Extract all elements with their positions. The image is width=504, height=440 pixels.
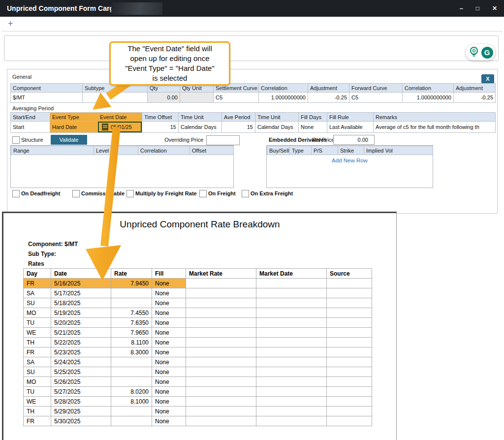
rate-cell-rate: 7.9450 <box>111 279 152 288</box>
qty-cell: 0.00 <box>148 93 180 103</box>
rate-cell-market-rate <box>186 407 256 416</box>
rate-cell-source <box>327 338 372 347</box>
rates-table-body: FR5/16/20257.9450NoneSA5/17/2025NoneSU5/… <box>24 279 372 426</box>
on-freight-checkbox[interactable] <box>199 190 207 197</box>
overriding-price-label: Overriding Price <box>162 137 203 143</box>
rate-cell-market-rate <box>186 347 256 357</box>
rate-cell-date: 5/16/2025 <box>51 279 111 288</box>
rate-cell-market-date <box>256 367 327 377</box>
rate-row: FR5/30/2025None <box>24 416 372 426</box>
col-header: Market Date <box>256 269 327 279</box>
lightbulb-icon[interactable] <box>468 46 480 60</box>
rate-cell-fill: None <box>152 318 186 328</box>
rate-cell-date: 5/29/2025 <box>51 407 111 416</box>
callout-line: "Event Type" = "Hard Date" <box>111 63 229 73</box>
rate-row: FR5/23/20258.3000None <box>24 347 372 357</box>
rate-row: MO5/19/20257.4550None <box>24 308 372 318</box>
settlement-curve-cell[interactable]: C5 <box>214 93 259 103</box>
maximize-button[interactable]: □ <box>476 0 479 17</box>
fill-days-cell[interactable]: None <box>299 122 327 133</box>
rate-cell-rate <box>111 298 152 308</box>
rate-cell-fill: None <box>152 288 186 298</box>
structure-checkbox[interactable] <box>12 136 20 144</box>
event-type-cell[interactable]: Hard Date <box>50 122 98 133</box>
add-new-row-link[interactable]: Add New Row <box>267 157 433 163</box>
rate-cell-day: WE <box>24 328 51 338</box>
validate-button[interactable]: Validate <box>51 135 87 145</box>
close-button[interactable]: ✕ <box>492 0 497 17</box>
time-unit2-cell[interactable]: Calendar Days <box>255 122 299 133</box>
rate-cell-date: 5/19/2025 <box>51 308 111 318</box>
subtype-cell[interactable] <box>83 93 148 103</box>
rate-row: SA5/17/2025None <box>24 288 372 298</box>
forward-curve-cell[interactable]: C5 <box>349 93 403 103</box>
calendar-icon[interactable] <box>102 124 108 130</box>
structure-label: Structure <box>21 137 43 143</box>
col-header: Adjustment <box>308 84 349 93</box>
ave-period-cell[interactable]: 15 <box>222 122 255 133</box>
callout-line: The "Event Date" field will <box>111 44 229 54</box>
rate-cell-day: MO <box>24 377 51 387</box>
rate-cell-rate: 8.1000 <box>111 397 152 407</box>
rate-cell-fill: None <box>152 387 186 397</box>
correlation2-cell[interactable]: 1.0000000000 <box>403 93 454 103</box>
overriding-price-input[interactable] <box>206 135 240 145</box>
rate-cell-rate <box>111 407 152 416</box>
on-extra-freight-checkbox[interactable] <box>242 190 249 197</box>
time-offset-cell[interactable]: 15 <box>142 122 179 133</box>
col-header: Level <box>94 146 138 155</box>
adjustment-cell[interactable]: -0.25 <box>308 93 349 103</box>
ref-price-input[interactable]: 0.00 <box>333 135 375 145</box>
col-header: Correlation <box>138 146 190 155</box>
col-header: Day <box>24 269 51 279</box>
on-deadfreight-checkbox[interactable] <box>12 190 20 197</box>
rate-cell-source <box>327 387 372 397</box>
rate-cell-date: 5/17/2025 <box>51 288 111 298</box>
minimize-button[interactable]: – <box>460 0 463 17</box>
col-header: Time Unit <box>255 113 299 122</box>
rate-cell-source <box>327 407 372 416</box>
add-tab-button[interactable]: + <box>8 19 13 29</box>
rate-cell-market-date <box>256 288 327 298</box>
rate-cell-market-rate <box>186 308 256 318</box>
rate-cell-fill: None <box>152 397 186 407</box>
callout-line: open up for editing once <box>111 54 229 63</box>
rate-row: WE5/21/20257.9650None <box>24 328 372 338</box>
col-header: Range <box>11 146 94 155</box>
rate-cell-source <box>327 347 372 357</box>
rate-cell-market-rate <box>186 338 256 347</box>
rate-cell-date: 5/26/2025 <box>51 377 111 387</box>
rate-cell-day: MO <box>24 308 51 318</box>
rate-row: MO5/26/2025None <box>24 377 372 387</box>
range-table: Range Level Correlation Offset <box>10 145 234 188</box>
time-unit-cell[interactable]: Calendar Days <box>179 122 222 133</box>
rate-cell-market-rate <box>186 367 256 377</box>
col-header: Offset <box>190 146 234 155</box>
rate-cell-market-date <box>256 407 327 416</box>
event-type-header: Event Type <box>50 113 98 122</box>
rate-cell-fill: None <box>152 416 186 426</box>
commissionable-checkbox[interactable] <box>72 190 80 197</box>
adjustment2-cell[interactable]: -0.25 <box>454 93 496 103</box>
col-header: Time Offset <box>142 113 179 122</box>
event-date-cell[interactable]: 05/01/25 <box>98 122 142 133</box>
rate-cell-source <box>327 308 372 318</box>
remarks-cell[interactable]: Average of c5 for the full month followi… <box>374 122 496 133</box>
col-header: Fill Days <box>299 113 327 122</box>
col-header: Remarks <box>374 113 496 122</box>
correlation-cell[interactable]: 1.0000000000 <box>259 93 308 103</box>
col-header: Start/End <box>11 113 50 122</box>
panel-close-button[interactable]: X <box>481 74 494 84</box>
rate-cell-day: TH <box>24 338 51 347</box>
multiply-freight-checkbox[interactable] <box>126 190 134 197</box>
rate-cell-rate: 7.9650 <box>111 328 152 338</box>
fill-rule-cell[interactable]: Last Available <box>327 122 374 133</box>
on-extra-freight-label: On Extra Freight <box>251 190 293 196</box>
rate-row: TH5/29/2025None <box>24 407 372 416</box>
component-cell[interactable]: $/MT <box>11 93 83 103</box>
start-end-cell[interactable]: Start <box>11 122 50 133</box>
grammarly-icon[interactable]: G <box>481 47 493 59</box>
rate-cell-fill: None <box>152 377 186 387</box>
col-header: Ave Period <box>222 113 255 122</box>
event-date-value[interactable]: 05/01/25 <box>111 124 132 130</box>
